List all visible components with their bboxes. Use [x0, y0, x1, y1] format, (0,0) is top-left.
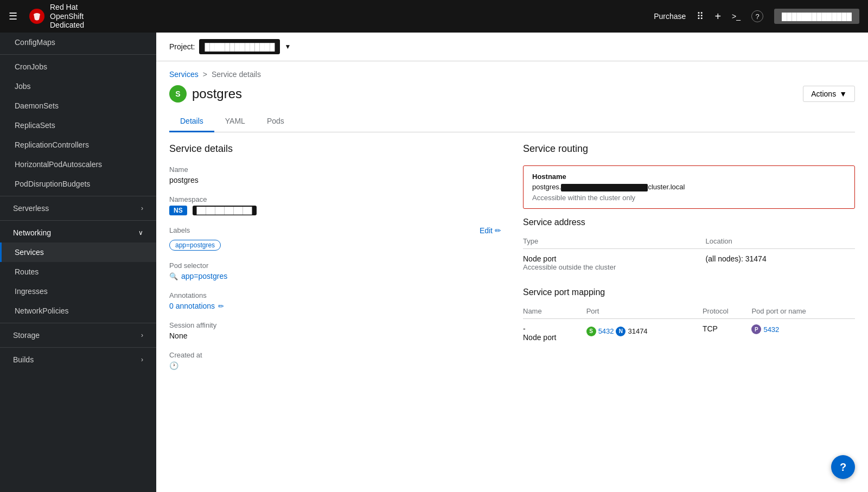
sidebar-divider-5	[0, 347, 156, 348]
add-plus-icon[interactable]: +	[714, 10, 721, 23]
left-column: Service details Name postgres Namespace …	[169, 143, 501, 381]
page-title-row: S postgres	[169, 85, 242, 103]
sidebar-section-serverless[interactable]: Serverless ›	[0, 199, 156, 218]
pod-selector-label: Pod selector	[169, 261, 501, 270]
project-label: Project:	[169, 42, 195, 51]
tab-details[interactable]: Details	[169, 111, 214, 132]
breadcrumb-services-link[interactable]: Services	[169, 70, 199, 79]
sidebar-item-poddisruptionbudgets[interactable]: PodDisruptionBudgets	[0, 174, 156, 194]
main-content: Project: ██████████████ ▼ Services > Ser…	[156, 33, 868, 492]
labels-edit-link[interactable]: Edit ✏	[480, 226, 501, 235]
port-mapping-title: Service port mapping	[523, 287, 855, 297]
name-value: postgres	[169, 176, 501, 184]
breadcrumb: Services > Service details	[169, 70, 855, 79]
service-address-title: Service address	[523, 218, 855, 227]
actions-chevron-icon: ▼	[839, 90, 847, 98]
sidebar-section-networking-label: Networking	[13, 228, 51, 237]
port-table: Name Port Protocol Pod port or name - No…	[523, 304, 855, 347]
project-selector[interactable]: ██████████████	[199, 39, 280, 54]
port-31474-badge: N 31474	[616, 327, 647, 336]
sidebar-item-horizontalpodautoscalers[interactable]: HorizontalPodAutoscalers	[0, 155, 156, 174]
sidebar-item-daemonsets[interactable]: DaemonSets	[0, 96, 156, 116]
project-bar: Project: ██████████████ ▼	[156, 33, 868, 61]
actions-button[interactable]: Actions ▼	[803, 86, 855, 102]
created-at-clock-icon: 🕐	[169, 361, 178, 370]
port-table-row: - Node port S 5432 N	[523, 318, 855, 347]
actions-label: Actions	[811, 90, 836, 98]
namespace-row: Namespace NS ████████████	[169, 195, 501, 215]
sidebar-section-storage[interactable]: Storage ›	[0, 325, 156, 345]
pod-selector-link[interactable]: app=postgres	[181, 272, 227, 280]
brand-logo: Red Hat OpenShift Dedicated	[28, 3, 84, 30]
sidebar-item-ingresses[interactable]: Ingresses	[0, 282, 156, 301]
created-at-label: Created at	[169, 351, 501, 359]
address-col-type: Type	[523, 234, 706, 249]
port-p-icon: P	[751, 324, 761, 334]
sidebar-item-replicationcontrollers[interactable]: ReplicationControllers	[0, 135, 156, 155]
ns-badge: NS	[169, 206, 187, 215]
purchase-link[interactable]: Purchase	[654, 12, 686, 21]
ns-name: ████████████	[193, 206, 257, 215]
user-menu[interactable]: ██████████████	[774, 9, 859, 24]
brand-name: Red Hat	[50, 3, 84, 12]
namespace-label: Namespace	[169, 195, 501, 203]
hamburger-menu-icon[interactable]: ☰	[9, 10, 17, 22]
help-fab-button[interactable]: ?	[831, 455, 855, 479]
builds-chevron-icon: ›	[141, 356, 143, 363]
namespace-value: NS ████████████	[169, 206, 501, 215]
hostname-value: postgres.cluster.local	[532, 183, 846, 191]
name-label: Name	[169, 165, 501, 174]
sidebar-item-replicasets[interactable]: ReplicaSets	[0, 116, 156, 135]
help-question-icon[interactable]: ?	[751, 10, 763, 22]
labels-label: Labels	[169, 226, 190, 234]
sidebar-section-serverless-label: Serverless	[13, 204, 49, 213]
session-affinity-label: Session affinity	[169, 321, 501, 329]
sidebar-divider-3	[0, 220, 156, 221]
sidebar-item-configmaps[interactable]: ConfigMaps	[0, 33, 156, 52]
port-col-name: Name	[523, 304, 586, 319]
breadcrumb-current: Service details	[212, 70, 261, 79]
service-routing-title: Service routing	[523, 143, 855, 155]
brand-sub2: Dedicated	[50, 21, 84, 30]
port-s-icon: S	[586, 327, 596, 336]
edit-label: Edit	[480, 226, 493, 235]
sidebar-section-networking[interactable]: Networking ∨	[0, 223, 156, 242]
breadcrumb-separator: >	[203, 70, 207, 79]
page-title: postgres	[192, 86, 242, 101]
sidebar-section-builds-label: Builds	[13, 355, 34, 364]
port-row-dash: -	[523, 324, 586, 333]
sidebar-divider-1	[0, 54, 156, 55]
address-type-cell: Node port Accessible outside the cluster	[523, 248, 706, 277]
address-col-location: Location	[706, 234, 855, 249]
sidebar-section-builds[interactable]: Builds ›	[0, 350, 156, 369]
networking-chevron-icon: ∨	[138, 229, 143, 237]
port-31474-value: 31474	[628, 327, 647, 335]
top-navigation: ☰ Red Hat OpenShift Dedicated Purchase ⠿…	[0, 0, 868, 33]
tab-pods[interactable]: Pods	[256, 111, 295, 132]
port-col-port: Port	[586, 304, 703, 319]
sidebar-item-networkpolicies[interactable]: NetworkPolicies	[0, 301, 156, 321]
tab-yaml[interactable]: YAML	[214, 111, 256, 132]
redhat-logo-icon	[28, 8, 46, 25]
apps-grid-icon[interactable]: ⠿	[697, 10, 704, 22]
port-5432-badge: S 5432	[586, 327, 614, 336]
service-icon: S	[169, 85, 187, 103]
sidebar-item-jobs[interactable]: Jobs	[0, 76, 156, 96]
annotations-edit-icon[interactable]: ✏	[218, 302, 224, 310]
service-details-title: Service details	[169, 143, 501, 155]
sidebar-item-cronjobs[interactable]: CronJobs	[0, 57, 156, 76]
brand-sub1: OpenShift	[50, 12, 84, 21]
hostname-box-label: Hostname	[532, 172, 846, 181]
page-header: S postgres Actions ▼	[169, 85, 855, 103]
project-chevron-icon[interactable]: ▼	[284, 43, 291, 50]
port-5432-link[interactable]: 5432	[598, 327, 614, 335]
sidebar-divider-2	[0, 196, 156, 196]
terminal-icon[interactable]: >_	[732, 12, 741, 21]
pod-port-5432-link[interactable]: 5432	[763, 325, 779, 334]
session-affinity-value: None	[169, 331, 501, 340]
pod-selector-value: 🔍 app=postgres	[169, 272, 501, 280]
labels-header-row: Labels Edit ✏	[169, 226, 501, 237]
sidebar-item-services[interactable]: Services	[0, 242, 156, 262]
sidebar-item-routes[interactable]: Routes	[0, 262, 156, 282]
annotations-link[interactable]: 0 annotations	[169, 302, 215, 310]
